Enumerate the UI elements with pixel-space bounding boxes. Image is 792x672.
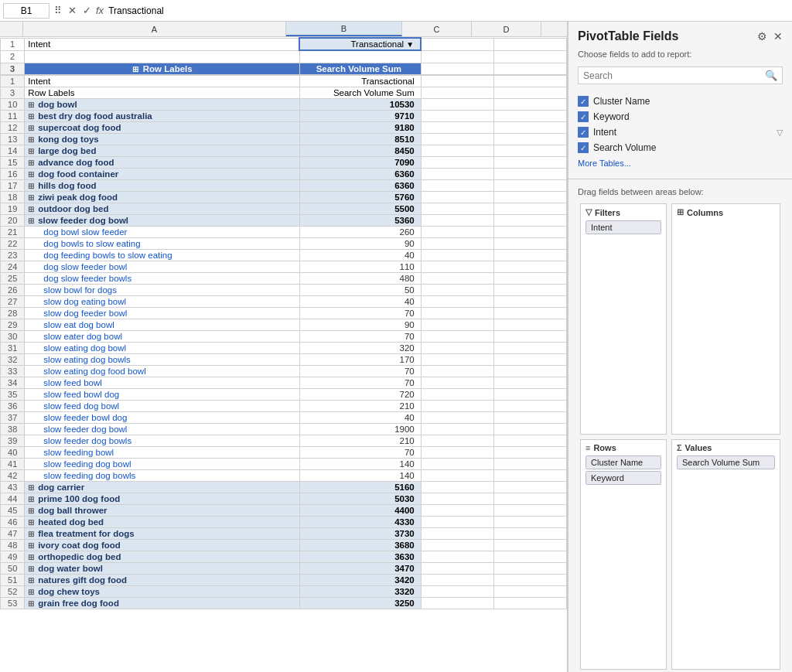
cell-b[interactable]: 5160 [299, 481, 421, 493]
table-row[interactable]: 3Row LabelsSearch Volume Sum [1, 87, 567, 98]
cell-a[interactable]: Intent [25, 75, 300, 87]
table-row[interactable]: 3 ⊞ Row Labels Search Volume Sum [1, 63, 567, 74]
cell-a[interactable]: slow feeding dog bowl [25, 458, 300, 469]
table-row[interactable]: 46⊞ heated dog bed4330 [1, 516, 567, 527]
cell-b[interactable]: 3730 [299, 527, 421, 539]
cell-b[interactable]: 3420 [299, 574, 421, 585]
table-row[interactable]: 42slow feeding dog bowls140 [1, 469, 567, 481]
table-row[interactable]: 16⊞ dog food container6360 [1, 168, 567, 179]
col-header-a[interactable]: A [23, 22, 286, 36]
table-row[interactable]: 50⊞ dog water bowl3470 [1, 562, 567, 574]
pivot-search-box[interactable]: 🔍 [578, 67, 783, 84]
cell-b[interactable]: 170 [299, 353, 421, 365]
cell-a[interactable]: ⊞ ivory coat dog food [25, 539, 300, 551]
cell-b[interactable]: 70 [299, 377, 421, 388]
cell-b[interactable]: 140 [299, 469, 421, 481]
cell-b[interactable]: 70 [299, 330, 421, 342]
cell-b[interactable]: 4400 [299, 504, 421, 516]
table-row[interactable]: 36slow feed dog bowl210 [1, 400, 567, 411]
expand-icon[interactable]: ⊞ [28, 599, 36, 608]
cell-b[interactable]: 140 [299, 458, 421, 469]
cell-a[interactable]: slow dog feeder bowl [25, 307, 300, 319]
expand-icon[interactable]: ⊞ [28, 147, 36, 155]
cell-a[interactable]: slow feeder bowl dog [25, 411, 300, 423]
cell-a[interactable]: slow eating dog bowls [25, 353, 300, 365]
cell-b[interactable]: 9710 [299, 110, 421, 121]
cell-b1[interactable]: Transactional ▼ [299, 38, 421, 50]
cell-b[interactable]: 10530 [299, 98, 421, 110]
table-row[interactable]: 24dog slow feeder bowl110 [1, 261, 567, 272]
cell-b[interactable]: 7090 [299, 156, 421, 168]
expand-icon[interactable]: ⊞ [28, 205, 36, 213]
cell-b[interactable]: 210 [299, 400, 421, 411]
expand-icon[interactable]: ⊞ [28, 565, 36, 573]
table-row[interactable]: 20⊞ slow feeder dog bowl5360 [1, 214, 567, 226]
cell-b[interactable]: 8450 [299, 145, 421, 156]
cell-a[interactable]: dog bowls to slow eating [25, 237, 300, 249]
expand-icon[interactable]: ⊞ [28, 541, 36, 550]
table-row[interactable]: 32slow eating dog bowls170 [1, 353, 567, 365]
table-row[interactable]: 13⊞ kong dog toys8510 [1, 133, 567, 145]
cell-a[interactable]: ⊞ supercoat dog food [25, 121, 300, 133]
cell-a[interactable]: ⊞ orthopedic dog bed [25, 551, 300, 562]
table-row[interactable]: 52⊞ dog chew toys3320 [1, 585, 567, 597]
filter-icon-intent[interactable]: ▽ [777, 128, 783, 138]
cell-b[interactable]: 3470 [299, 562, 421, 574]
table-row[interactable]: 45⊞ dog ball thrower4400 [1, 504, 567, 516]
cell-b[interactable]: 3630 [299, 551, 421, 562]
cell-c1[interactable] [421, 38, 493, 50]
pivot-value-item-search-volume[interactable]: Search Volume Sum [677, 455, 775, 469]
table-row[interactable]: 51⊞ natures gift dog food3420 [1, 574, 567, 585]
cell-a[interactable]: ⊞ dog food container [25, 168, 300, 179]
cell-a3[interactable]: ⊞ Row Labels [25, 63, 300, 74]
table-row[interactable]: 49⊞ orthopedic dog bed3630 [1, 551, 567, 562]
expand-icon[interactable]: ⊞ [28, 588, 36, 596]
cell-b[interactable]: 70 [299, 307, 421, 319]
table-row[interactable]: 12⊞ supercoat dog food9180 [1, 121, 567, 133]
table-row[interactable]: 44⊞ prime 100 dog food5030 [1, 493, 567, 504]
pivot-row-item-cluster-name[interactable]: Cluster Name [585, 455, 661, 469]
cell-a[interactable]: ⊞ grain free dog food [25, 597, 300, 609]
pivot-field-search-volume[interactable]: ✓ Search Volume [578, 140, 783, 155]
table-row[interactable]: 39slow feeder dog bowls210 [1, 435, 567, 446]
cell-a[interactable]: ⊞ advance dog food [25, 156, 300, 168]
expand-icon[interactable]: ⊞ [28, 483, 36, 492]
pivot-checkbox-search-volume[interactable]: ✓ [578, 142, 589, 153]
table-row[interactable]: 10⊞ dog bowl10530 [1, 98, 567, 110]
pivot-field-intent[interactable]: ✓ Intent ▽ [578, 125, 783, 140]
cell-a[interactable]: slow feeder dog bowls [25, 435, 300, 446]
table-row[interactable]: 18⊞ ziwi peak dog food5760 [1, 191, 567, 203]
cell-a[interactable]: ⊞ natures gift dog food [25, 574, 300, 585]
table-row[interactable]: 1IntentTransactional [1, 75, 567, 87]
cell-b[interactable]: 70 [299, 446, 421, 458]
cell-b3[interactable]: Search Volume Sum [299, 63, 421, 74]
cell-a[interactable]: ⊞ kong dog toys [25, 133, 300, 145]
expand-icon[interactable]: ⊞ [28, 182, 36, 190]
pivot-filter-item-intent[interactable]: Intent [585, 220, 661, 234]
table-row[interactable]: 14⊞ large dog bed8450 [1, 145, 567, 156]
table-row[interactable]: 53⊞ grain free dog food3250 [1, 597, 567, 609]
cell-a[interactable]: slow dog eating bowl [25, 295, 300, 307]
cell-b[interactable]: 110 [299, 261, 421, 272]
cell-b[interactable]: 90 [299, 237, 421, 249]
cell-b[interactable]: 6360 [299, 168, 421, 179]
cell-b[interactable]: 5760 [299, 191, 421, 203]
expand-icon[interactable]: ⊞ [28, 170, 36, 179]
cell-b[interactable]: 5360 [299, 214, 421, 226]
table-row[interactable]: 30slow eater dog bowl70 [1, 330, 567, 342]
pivot-row-item-keyword[interactable]: Keyword [585, 471, 661, 485]
cell-a[interactable]: slow eat dog bowl [25, 319, 300, 330]
expand-icon[interactable]: ⊞ [28, 530, 36, 538]
table-row[interactable]: 1 Intent Transactional ▼ [1, 38, 567, 50]
cell-a[interactable]: dog bowl slow feeder [25, 226, 300, 237]
cell-b[interactable]: 4330 [299, 516, 421, 527]
cell-a[interactable]: ⊞ dog ball thrower [25, 504, 300, 516]
cell-b[interactable]: 9180 [299, 121, 421, 133]
cell-b[interactable]: 320 [299, 342, 421, 353]
rows-container[interactable]: 1 Intent Transactional ▼ 2 [0, 37, 567, 672]
cell-a[interactable]: slow eater dog bowl [25, 330, 300, 342]
table-row[interactable]: 41slow feeding dog bowl140 [1, 458, 567, 469]
expand-icon[interactable]: ⊞ [28, 112, 36, 121]
table-row[interactable]: 34slow feed bowl70 [1, 377, 567, 388]
cell-b[interactable]: 3680 [299, 539, 421, 551]
